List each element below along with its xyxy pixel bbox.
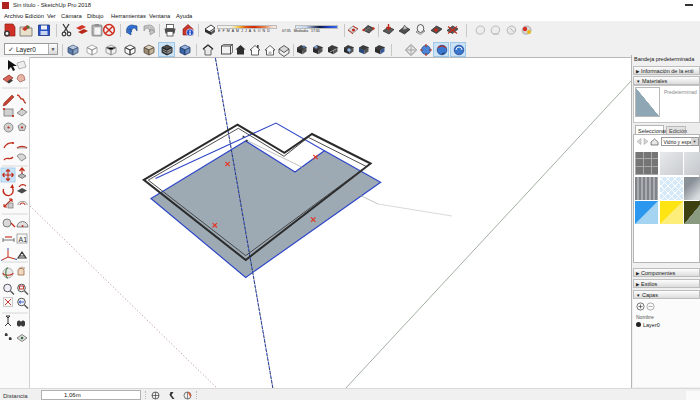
svg-text:A1: A1 xyxy=(19,236,28,243)
